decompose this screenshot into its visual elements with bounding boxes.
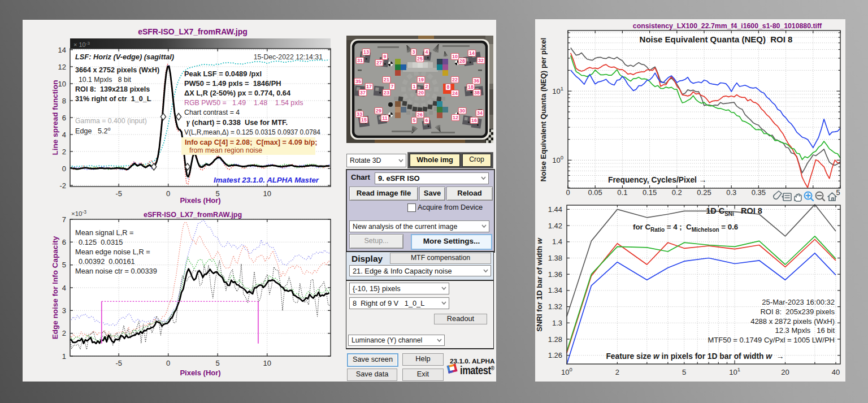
svg-text:Mean noise ctr = 0.00339: Mean noise ctr = 0.00339 xyxy=(75,267,157,275)
svg-text:1.26: 1.26 xyxy=(548,351,562,359)
svg-text:Mean signal L,R =: Mean signal L,R = xyxy=(75,228,134,237)
svg-text:1.44: 1.44 xyxy=(548,205,562,214)
svg-text:consistency_LX100_22.7mm_f4_i1: consistency_LX100_22.7mm_f4_i1600_s1-80_… xyxy=(633,22,822,30)
svg-text:40: 40 xyxy=(832,368,840,376)
svg-text:5: 5 xyxy=(62,261,66,269)
svg-text:25-Mar-2023 16:00:32: 25-Mar-2023 16:00:32 xyxy=(762,298,835,306)
svg-text:16: 16 xyxy=(471,118,477,123)
svg-text:34: 34 xyxy=(477,110,483,116)
svg-text:0.05: 0.05 xyxy=(588,188,602,197)
svg-text:8: 8 xyxy=(62,97,66,105)
svg-text:17: 17 xyxy=(366,84,372,89)
svg-text:-5: -5 xyxy=(115,359,122,367)
svg-text:Chart contrast = 4: Chart contrast = 4 xyxy=(184,109,240,116)
svg-text:12: 12 xyxy=(453,115,458,120)
svg-text:12.3 Mpxls 16 bit: 12.3 Mpxls 16 bit xyxy=(775,326,835,335)
svg-text:RGB PW50 = 1.49 1.48 1: RGB PW50 = 1.49 1.48 1.54 pxls xyxy=(184,99,303,107)
svg-text:6: 6 xyxy=(62,238,66,246)
svg-text:0.00392 0.00161: 0.00392 0.00161 xyxy=(79,257,135,266)
svg-text:LSF: Horiz (V-edge) (sagittal): LSF: Horiz (V-edge) (sagittal) xyxy=(75,53,174,61)
svg-text:1.42: 1.42 xyxy=(548,222,562,230)
svg-text:0.35: 0.35 xyxy=(752,188,766,197)
svg-text:PW50 = 1.49 pxls = 1846/PH: PW50 = 1.49 pxls = 1846/PH xyxy=(184,79,281,88)
svg-text:0.3: 0.3 xyxy=(726,188,736,197)
svg-text:Pixels (Hor): Pixels (Hor) xyxy=(180,369,220,377)
svg-text:0: 0 xyxy=(566,188,570,197)
svg-text:29: 29 xyxy=(376,108,381,114)
svg-text:0.25: 0.25 xyxy=(697,188,711,197)
svg-text:20: 20 xyxy=(418,90,424,96)
svg-text:35: 35 xyxy=(355,79,361,84)
svg-text:2: 2 xyxy=(426,84,428,89)
svg-text:19: 19 xyxy=(418,77,424,83)
svg-text:ΔX L,R (2-50%) px = 0.774, 0.6: ΔX L,R (2-50%) px = 0.774, 0.64 xyxy=(184,89,291,97)
svg-text:0: 0 xyxy=(166,189,170,198)
svg-text:0.125 0.0315: 0.125 0.0315 xyxy=(79,238,123,246)
svg-text:12: 12 xyxy=(58,63,66,71)
svg-text:4: 4 xyxy=(426,49,428,55)
svg-text:32: 32 xyxy=(478,58,484,63)
svg-text:4: 4 xyxy=(62,131,66,139)
svg-text:-5: -5 xyxy=(115,189,122,198)
svg-text:4288 x 2872 pixels (WxH): 4288 x 2872 pixels (WxH) xyxy=(750,317,835,326)
svg-text:5: 5 xyxy=(682,368,686,376)
svg-text:1.4: 1.4 xyxy=(552,237,562,246)
svg-text:0.15: 0.15 xyxy=(643,188,657,197)
svg-text:Imatest 23.1.0. ALPHA Master: Imatest 23.1.0. ALPHA Master xyxy=(214,176,319,184)
svg-text:SNRI for 1D bar of width w: SNRI for 1D bar of width w xyxy=(535,237,544,331)
svg-text:2: 2 xyxy=(62,148,66,156)
svg-text:3664 x 2752 pixels (WxH): 3664 x 2752 pixels (WxH) xyxy=(75,66,159,74)
svg-text:7: 7 xyxy=(391,84,394,89)
svg-text:28: 28 xyxy=(459,58,465,64)
svg-text:8: 8 xyxy=(447,84,450,90)
svg-text:21: 21 xyxy=(384,77,389,83)
svg-text:27: 27 xyxy=(376,60,382,66)
svg-text:ROI 8: 139x218 pixels: ROI 8: 139x218 pixels xyxy=(75,85,150,93)
svg-text:31% right of ctr 1_0_L: 31% right of ctr 1_0_L xyxy=(75,95,151,103)
svg-text:eSFR-ISO_LX7_fromRAW.jpg: eSFR-ISO_LX7_fromRAW.jpg xyxy=(144,211,242,219)
svg-text:24: 24 xyxy=(452,90,458,96)
svg-text:-2: -2 xyxy=(59,181,66,190)
svg-text:22: 22 xyxy=(452,77,458,83)
svg-text:Edge noise for Info Capacity: Edge noise for Info Capacity xyxy=(51,236,59,339)
svg-text:25: 25 xyxy=(417,56,423,62)
svg-text:2: 2 xyxy=(615,368,619,376)
svg-text:Frequency, Cycles/Pixel →: Frequency, Cycles/Pixel → xyxy=(608,176,707,184)
svg-text:23: 23 xyxy=(384,90,389,96)
svg-text:V(L,R,mean,Δ) = 0.125 0.0315: V(L,R,mean,Δ) = 0.125 0.0315 0.0937 0.07… xyxy=(184,128,320,136)
svg-text:from mean region noise: from mean region noise xyxy=(189,146,262,154)
svg-text:1.38: 1.38 xyxy=(548,254,562,262)
svg-text:0.1: 0.1 xyxy=(617,188,627,197)
svg-text:11: 11 xyxy=(382,115,387,121)
svg-text:Noise Equivalent Quanta (NEQ): Noise Equivalent Quanta (NEQ) per pixel xyxy=(539,38,548,181)
svg-text:Edge 5.2o: Edge 5.2o xyxy=(75,126,110,135)
svg-text:5: 5 xyxy=(216,359,220,367)
svg-text:30: 30 xyxy=(459,108,465,114)
svg-text:3: 3 xyxy=(62,306,66,315)
svg-text:15: 15 xyxy=(361,117,367,123)
svg-text:20: 20 xyxy=(781,368,789,376)
svg-text:1.34: 1.34 xyxy=(548,286,562,294)
svg-text:1.3: 1.3 xyxy=(552,319,562,327)
svg-text:eSFR-ISO_LX7_fromRAW.jpg: eSFR-ISO_LX7_fromRAW.jpg xyxy=(138,27,248,36)
svg-text:γ (chart) = 0.338 Use for MTF: γ (chart) = 0.338 Use for MTF. xyxy=(186,118,288,127)
svg-text:Noise Equivalent Quanta (NEQ): Noise Equivalent Quanta (NEQ) ROI 8 xyxy=(640,34,793,44)
svg-text:1.36: 1.36 xyxy=(548,270,562,279)
svg-text:38: 38 xyxy=(474,90,480,96)
svg-text:Pixels (Hor): Pixels (Hor) xyxy=(180,196,220,205)
svg-text:ROI 8: 205x239 pixels: ROI 8: 205x239 pixels xyxy=(760,307,835,316)
svg-text:1.32: 1.32 xyxy=(548,302,562,311)
svg-text:36: 36 xyxy=(474,78,479,84)
svg-text:4: 4 xyxy=(62,284,66,292)
svg-text:2: 2 xyxy=(62,329,66,337)
svg-text:6: 6 xyxy=(426,118,428,123)
svg-text:18: 18 xyxy=(468,84,474,90)
svg-text:1: 1 xyxy=(413,84,416,89)
svg-text:31: 31 xyxy=(357,58,363,63)
svg-text:Line spread function: Line spread function xyxy=(51,80,59,155)
svg-text:33: 33 xyxy=(357,111,362,117)
svg-text:14: 14 xyxy=(469,50,475,56)
svg-text:MTF50 = 0.1749 Cy/Pxl = 1005 L: MTF50 = 0.1749 Cy/Pxl = 1005 LW/PH xyxy=(708,336,835,344)
svg-text:10.1 Mpxls 8 bit: 10.1 Mpxls 8 bit xyxy=(79,76,132,84)
svg-text:Peak LSF = 0.0489 /pxl: Peak LSF = 0.0489 /pxl xyxy=(184,70,262,78)
